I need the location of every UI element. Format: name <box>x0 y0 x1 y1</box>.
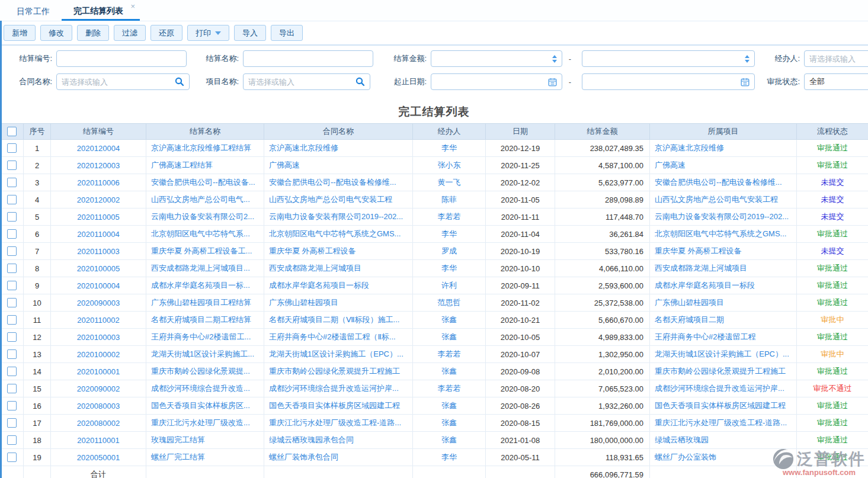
row-checkbox[interactable] <box>7 212 17 222</box>
cell-contract[interactable]: 北京朝阳区电气中芯特气系统之GMS... <box>264 226 413 242</box>
cell-handler[interactable]: 李若若 <box>413 346 486 362</box>
cell-project[interactable]: 西安成都路龙湖上河城项目 <box>650 260 797 277</box>
cell-project[interactable]: 国色天香项目实体样板房区域园建工程 <box>650 397 797 414</box>
cell-contract[interactable]: 重庆市鹅岭公园绿化景观提升工程施工 <box>264 363 413 380</box>
filter-button[interactable]: 过滤 <box>114 25 146 41</box>
cell-handler[interactable]: 张鑫 <box>413 415 486 431</box>
cell-name[interactable]: 安徽合肥供电公司--配电设备... <box>146 174 264 191</box>
modify-button[interactable]: 修改 <box>40 25 72 41</box>
cell-name[interactable]: 山西弘文房地产总公司电气... <box>146 191 264 208</box>
restore-button[interactable]: 还原 <box>150 25 182 41</box>
column-header-2[interactable]: 结算编号 <box>51 124 146 139</box>
tab-daily-work[interactable]: 日常工作 <box>5 2 62 21</box>
cell-project[interactable]: 成都沙河环境综合提升改造运河护岸... <box>650 380 797 397</box>
cell-project[interactable]: 重庆市鹅岭公园绿化景观提升工程施工 <box>650 363 797 380</box>
cell-project[interactable]: 螺丝厂办公室装饰 <box>650 449 797 466</box>
amount-min-spinner-icon[interactable] <box>552 55 557 63</box>
row-checkbox[interactable] <box>7 418 17 428</box>
row-checkbox[interactable] <box>7 281 17 290</box>
cell-contract[interactable]: 西安成都路龙湖上河城项目 <box>264 260 413 277</box>
cell-code[interactable]: 2020110001 <box>51 432 146 448</box>
cell-code[interactable]: 2020110006 <box>51 174 146 191</box>
cell-name[interactable]: 成都水岸华庭名苑项目一标... <box>146 277 264 294</box>
cell-project[interactable]: 重庆江北污水处理厂级改造工程-道路... <box>650 415 797 431</box>
cell-contract[interactable]: 国色天香项目实体样板房区域园建工程 <box>264 397 413 414</box>
search-icon[interactable] <box>175 77 184 86</box>
contract-name-input[interactable] <box>62 78 175 86</box>
add-button[interactable]: 新增 <box>4 25 36 41</box>
amount-max-input[interactable] <box>587 54 742 63</box>
cell-project[interactable]: 绿城云栖玫瑰园 <box>650 432 797 448</box>
cell-project[interactable]: 名都天府城项目二期 <box>650 312 797 328</box>
cell-handler[interactable]: 张小东 <box>413 157 486 174</box>
close-icon[interactable]: × <box>130 2 135 11</box>
cell-name[interactable]: 重庆市鹅岭公园绿化景观提... <box>146 363 264 380</box>
row-checkbox[interactable] <box>7 367 17 376</box>
cell-contract[interactable]: 绿城云栖玫瑰园承包合同 <box>264 432 413 448</box>
cell-name[interactable]: 北京朝阳区电气中芯特气系... <box>146 226 264 242</box>
amount-min-input[interactable] <box>436 54 550 63</box>
date-end-input[interactable] <box>587 78 741 86</box>
cell-name[interactable]: 龙湖天街城1区设计采购施工... <box>146 346 264 362</box>
cell-name[interactable]: 成都沙河环境综合提升改造... <box>146 380 264 397</box>
cell-code[interactable]: 2020050001 <box>51 449 146 466</box>
row-checkbox[interactable] <box>7 349 17 359</box>
cell-name[interactable]: 国色天香项目实体样板房区... <box>146 397 264 414</box>
row-checkbox[interactable] <box>7 332 17 342</box>
cell-code[interactable]: 2020110003 <box>51 243 146 259</box>
row-checkbox[interactable] <box>7 315 17 325</box>
date-start-input[interactable] <box>436 78 548 86</box>
cell-project[interactable]: 云南电力设备安装有限公司2019--202... <box>650 208 797 225</box>
cell-contract[interactable]: 广佛高速 <box>264 157 413 174</box>
cell-code[interactable]: 2020100003 <box>51 329 146 345</box>
cell-name[interactable]: 西安成都路龙湖上河城项目... <box>146 260 264 277</box>
cell-code[interactable]: 2020090002 <box>51 380 146 397</box>
cell-handler[interactable]: 张鑫 <box>413 312 486 328</box>
cell-code[interactable]: 2020120003 <box>51 157 146 174</box>
cell-code[interactable]: 2020120004 <box>51 140 146 156</box>
cell-name[interactable]: 云南电力设备安装有限公司2... <box>146 208 264 225</box>
row-checkbox[interactable] <box>7 143 17 153</box>
handler-input[interactable] <box>809 54 868 63</box>
cell-handler[interactable]: 张鑫 <box>413 329 486 345</box>
cell-handler[interactable]: 黄一飞 <box>413 174 486 191</box>
column-header-5[interactable]: 经办人 <box>413 124 486 139</box>
cell-project[interactable]: 重庆华夏 外高桥工程设备 <box>650 243 797 259</box>
cell-contract[interactable]: 成都水岸华庭名苑项目一标段 <box>264 277 413 294</box>
cell-handler[interactable]: 李华 <box>413 140 486 156</box>
cell-contract[interactable]: 螺丝厂装饰承包合同 <box>264 449 413 466</box>
row-checkbox[interactable] <box>7 161 17 170</box>
cell-project[interactable]: 安徽合肥供电公司--配电设备检修维... <box>650 174 797 191</box>
cell-project[interactable]: 京沪高速北京段维修 <box>650 140 797 156</box>
cell-contract[interactable]: 安徽合肥供电公司--配电设备检修维... <box>264 174 413 191</box>
cell-code[interactable]: 2020090003 <box>51 294 146 311</box>
cell-contract[interactable]: 成都沙河环境综合提升改造运河护岸... <box>264 380 413 397</box>
cell-project[interactable]: 北京朝阳区电气中芯特气系统之GMS... <box>650 226 797 242</box>
settlement-no-input[interactable] <box>62 54 181 63</box>
delete-button[interactable]: 删除 <box>77 25 109 41</box>
cell-project[interactable]: 广佛高速 <box>650 157 797 174</box>
cell-code[interactable]: 2020110004 <box>51 226 146 242</box>
cell-contract[interactable]: 云南电力设备安装有限公司2019--202... <box>264 208 413 225</box>
row-checkbox[interactable] <box>7 384 17 393</box>
cell-handler[interactable]: 李若若 <box>413 380 486 397</box>
project-name-input[interactable] <box>248 78 355 86</box>
cell-handler[interactable]: 许利 <box>413 277 486 294</box>
cell-contract[interactable]: 京沪高速北京段维修 <box>264 140 413 156</box>
cell-code[interactable]: 2020100004 <box>51 277 146 294</box>
cell-contract[interactable]: 王府井商务中心#2楼遗留工程（Ⅱ标... <box>264 329 413 345</box>
cell-code[interactable]: 2020110002 <box>51 312 146 328</box>
cell-project[interactable]: 王府井商务中心#2楼遗留工程 <box>650 329 797 345</box>
cell-contract[interactable]: 名都天府城项目二期（Ⅶ标段）施工... <box>264 312 413 328</box>
row-checkbox[interactable] <box>7 195 17 204</box>
column-header-9[interactable]: 流程状态 <box>797 124 868 139</box>
cell-project[interactable]: 山西弘文房地产总公司电气安装工程 <box>650 191 797 208</box>
cell-handler[interactable]: 李华 <box>413 226 486 242</box>
column-header-7[interactable]: 结算金额 <box>555 124 650 139</box>
cell-handler[interactable]: 罗成 <box>413 243 486 259</box>
column-header-1[interactable]: 序号 <box>24 124 51 139</box>
calendar-icon[interactable] <box>741 78 750 86</box>
cell-project[interactable]: 龙湖天街城1区设计采购施工（EPC）... <box>650 346 797 362</box>
print-button[interactable]: 打印 <box>187 25 229 41</box>
column-header-4[interactable]: 合同名称 <box>264 124 413 139</box>
